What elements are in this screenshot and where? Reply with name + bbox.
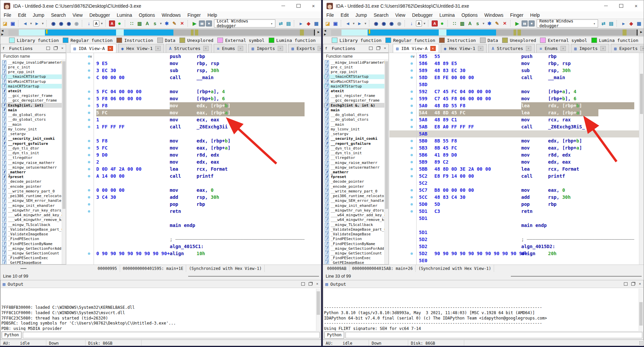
disasm-row[interactable] [67,180,321,187]
function-list-item[interactable]: f fpreset [324,175,384,179]
function-list-item[interactable]: f ___w64_mingwthr_add_key_d [324,213,384,218]
function-list-item[interactable]: f __do_global_dtors [1,113,62,117]
panel-float-icon[interactable] [54,47,57,50]
disasm-row[interactable]: 5 FC 04 00 00 00 mov[rbp+a], 4 [67,88,321,95]
disasm-row[interactable]: 5 F8 movedx, [rbp+b]; y [67,102,321,109]
disasm-row[interactable]: 0 00 00 00 moveax, 0 [67,187,321,194]
toolbar-icon[interactable] [405,20,406,27]
start-debug-icon[interactable]: ▶ [191,20,198,27]
make-name-icon[interactable]: A [144,20,151,27]
disasm-row[interactable]: ∨ 58555 pushrbp [389,53,644,60]
make-name-icon[interactable]: A [467,20,473,27]
edit-icon[interactable]: ✎ [171,20,178,27]
pause-debug-icon[interactable]: ▮▮ [522,20,528,26]
function-list-item[interactable]: f __main [1,122,62,127]
function-list-item[interactable]: f pre_cpp_init [324,69,384,74]
function-list-item[interactable]: f ___w64_mingwthr_add_key_d [1,213,62,218]
menu-item[interactable]: Debugger [409,12,436,18]
menu-item[interactable]: Search [370,12,392,18]
disasm-row[interactable]: 5CC48 83 C4 30 addrsp, 30h [389,194,644,201]
toolbar-icon[interactable] [616,20,618,27]
debugger-select[interactable]: Local Windows debugger ▾ [214,19,275,27]
toolbar-icon[interactable] [18,20,20,27]
disasm-row[interactable]: main endp [67,222,321,229]
pause-debug-icon[interactable]: ▮▮ [199,20,205,26]
tab-close-icon[interactable]: × [203,46,209,51]
function-list-item[interactable]: f WinMainCRTStartup [1,79,62,84]
disasm-row[interactable]: 3 C4 30 addrsp, 30h [67,194,321,201]
minimize-button[interactable] [276,0,291,11]
disasm-row[interactable]: 1 FF FF FF call_Z6Exchg3ii; Exch [67,123,321,130]
function-list-item[interactable]: f _ValidateImageBase_part_0 [324,227,384,232]
navigator-right-arrow-icon[interactable]: ▶ [318,31,320,34]
search-binary-icon[interactable]: ◉ [388,20,395,27]
disasm-scrollbar[interactable] [639,53,644,265]
disasm-row[interactable]: 5D290 90 90 90 90 90 90 90 90 90 90+ ali… [389,250,644,257]
output-scrollbar[interactable] [316,289,320,331]
toolbar-icon[interactable] [105,20,107,27]
forward-dropdown-icon[interactable]: ▾ [364,20,367,27]
panel-close-icon[interactable]: × [61,47,63,50]
disasm-row[interactable]: 5D1 [389,229,644,236]
disasm-row[interactable]: 5BB48 8D 0D 3E 2A 00 00 learcx, Format [389,166,644,173]
modules-icon[interactable]: ▦ [313,20,320,27]
function-list-item[interactable]: f pre_c_init [1,65,62,69]
panel-maximize-icon[interactable] [369,47,373,50]
output-maximize-icon[interactable] [624,282,628,286]
function-list-item[interactable]: f pre_c_init [324,65,384,69]
function-list-item[interactable]: f _FindPESectionExec [1,256,62,261]
menu-item[interactable]: Debugger [86,12,113,18]
function-list-item[interactable]: f _FindPESection [1,237,62,241]
disasm-row[interactable]: 9 E5 movrbp, rsp [67,60,321,67]
disasm-row[interactable]: D 0D 4F 2A 00 00 learcx, Format; "a = [67,166,321,173]
output-header[interactable]: ▤ Output × [323,280,643,288]
toolbar-icon[interactable] [447,20,449,27]
tab-close-icon[interactable]: × [640,46,644,51]
patch-icon[interactable]: ✱ [486,20,493,27]
tab-close-icon[interactable]: × [155,46,161,51]
function-list-item[interactable]: f _matherr [324,170,384,174]
disasm-row[interactable]: 5A848 89 C1 movrcx, rax [389,116,644,123]
function-list-item[interactable]: f __dyn_tls_dtor [1,146,62,151]
function-list-item[interactable]: f __gcc_deregister_frame [1,98,62,103]
splitter-handle[interactable] [20,268,26,269]
python-button[interactable]: Python [324,332,344,339]
disasm-row[interactable]: 5AB [389,130,644,137]
back-dropdown-icon[interactable]: ▾ [352,20,355,27]
disasm-row[interactable]: 5C7B8 00 00 00 00 moveax, 0 [389,187,644,194]
navigator-colors[interactable] [8,30,315,36]
disasm-row[interactable]: 5 FC moveax, [rbp+a] [67,144,321,152]
disasm-row[interactable]: 5 F8 06 00 00 00 mov[rbp+b], 6 [67,95,321,102]
menu-item[interactable]: Options [458,12,481,18]
function-list-item[interactable]: f _GetPEImageBase [324,261,384,264]
menu-item[interactable]: Lumina [113,12,136,18]
menu-item[interactable]: Windows [481,12,507,18]
function-list-item[interactable]: f ___w64_mingwthr_remove_ke [1,218,62,222]
function-list-item[interactable]: f _encode_pointer [1,184,62,189]
navigator-band[interactable]: ◀▶ ▶ [323,28,644,37]
function-list-item[interactable]: f my_lconv_init [324,127,384,131]
function-list-item[interactable]: f _ValidateImageBase [324,232,384,236]
functions-panel-header[interactable]: f Functions × [323,44,389,53]
function-list-item[interactable]: f __mingw_TLScallback [1,222,62,227]
toolbar-icon[interactable] [294,20,296,27]
menu-item[interactable]: Lumina [436,12,458,18]
demangle-icon[interactable]: A [109,20,115,26]
make-string-icon[interactable]: s [474,20,481,27]
tab-close-icon[interactable]: × [318,46,321,51]
function-list-item[interactable]: f _FindPESectionByName [324,241,384,246]
navigator-position-marker[interactable] [369,30,370,34]
function-list-item[interactable]: f _FindPESectionExec [324,256,384,261]
disasm-row[interactable]: 5D2 ; ──────────────────────────────────… [389,236,644,243]
disasm-row[interactable]: 5B641 89 D0 movr8d, edx [389,152,644,159]
back-dropdown-icon[interactable]: ▾ [30,20,33,27]
panel-close-icon[interactable]: × [384,47,386,50]
disasm-row[interactable]: 58948 83 EC 30 subrsp, 30h [389,67,644,74]
function-list-item[interactable]: f __gcc_deregister_frame [324,98,384,103]
function-list-item[interactable]: f __dyn_tls_dtor [324,146,384,151]
tab-close-icon[interactable]: × [478,46,483,51]
disasm-row[interactable]: 5C2 [389,180,644,187]
toolbar-icon[interactable] [510,20,512,27]
disasm-row[interactable]: main endp [389,222,644,229]
function-list-item[interactable]: f main [1,108,62,112]
